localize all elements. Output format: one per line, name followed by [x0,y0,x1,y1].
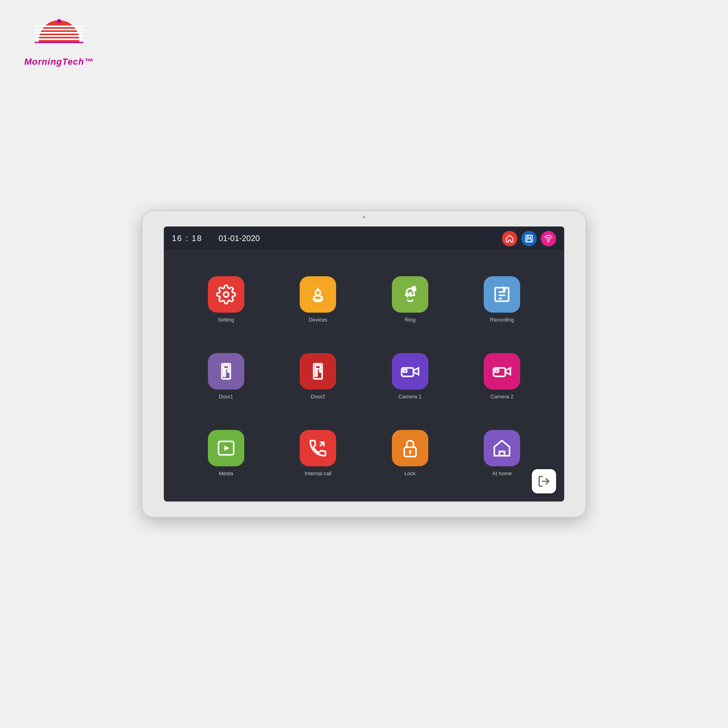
tablet-camera-dot [363,216,365,218]
header-bar: 16 : 18 01-01-2020 [164,226,564,251]
at-home-icon [484,430,520,466]
camera1-label: Camera 1 [398,394,421,400]
app-grid: Setting Devices Ring [164,251,564,502]
svg-marker-35 [224,445,230,451]
svg-point-8 [57,19,61,23]
camera2-app-item[interactable]: Camera 2 [456,338,548,415]
wifi-button[interactable] [541,231,556,246]
media-label: Media [219,470,233,476]
setting-icon [208,276,244,313]
media-icon [208,430,244,466]
internal-call-label: Internal call [305,470,331,476]
ring-app-item[interactable]: Ring [364,261,456,338]
devices-label: Devices [309,317,327,323]
header-time: 16 : 18 [172,234,202,243]
svg-rect-24 [224,365,229,368]
svg-rect-12 [527,239,531,241]
svg-point-37 [409,450,411,453]
exit-button[interactable] [532,469,556,493]
setting-app-item[interactable]: Setting [180,261,272,338]
ring-label: Ring [404,317,415,323]
svg-point-15 [315,290,321,295]
setting-label: Setting [218,317,234,323]
morningtech-logo-icon [33,16,85,57]
tablet-device: 16 : 18 01-01-2020 [142,210,586,518]
lock-label: Lock [404,470,415,476]
svg-point-16 [314,296,322,300]
internal-call-app-item[interactable]: Internal call [272,415,364,491]
devices-app-item[interactable]: Devices [272,261,364,338]
svg-point-27 [320,370,321,372]
header-date: 01-01-2020 [218,234,260,243]
camera2-label: Camera 2 [491,394,514,400]
devices-icon [300,276,336,313]
at-home-label: At home [492,470,512,476]
camera1-icon [392,353,428,389]
ring-icon [392,276,428,313]
logo-text: MorningTech™ [24,57,93,67]
svg-rect-31 [403,369,406,372]
media-app-item[interactable]: Media [180,415,272,491]
recording-label: Recording [490,317,514,323]
door2-icon [300,353,336,389]
lock-app-item[interactable]: Lock [364,415,456,491]
logo-area: MorningTech™ [24,16,93,67]
svg-point-23 [228,370,229,372]
svg-rect-29 [315,369,317,376]
header-icons [502,231,556,246]
recording-app-item[interactable]: Recording [456,261,548,338]
svg-rect-10 [527,235,531,237]
svg-rect-11 [528,235,529,237]
svg-point-13 [548,241,549,242]
door1-label: Door1 [219,394,233,400]
camera2-icon [484,353,520,389]
door1-icon [208,353,244,389]
svg-point-14 [224,292,229,297]
svg-rect-33 [495,369,499,372]
recording-icon [484,276,520,313]
home-button[interactable] [502,231,517,246]
door2-label: Door2 [311,394,325,400]
screen: 16 : 18 01-01-2020 [164,226,564,502]
svg-rect-39 [499,451,505,455]
door2-app-item[interactable]: Door2 [272,338,364,415]
svg-rect-25 [224,369,225,376]
svg-rect-28 [315,365,321,368]
camera1-app-item[interactable]: Camera 1 [364,338,456,415]
save-button[interactable] [521,231,537,246]
lock-icon [392,430,428,466]
door1-app-item[interactable]: Door1 [180,338,272,415]
internal-call-icon [300,430,336,466]
